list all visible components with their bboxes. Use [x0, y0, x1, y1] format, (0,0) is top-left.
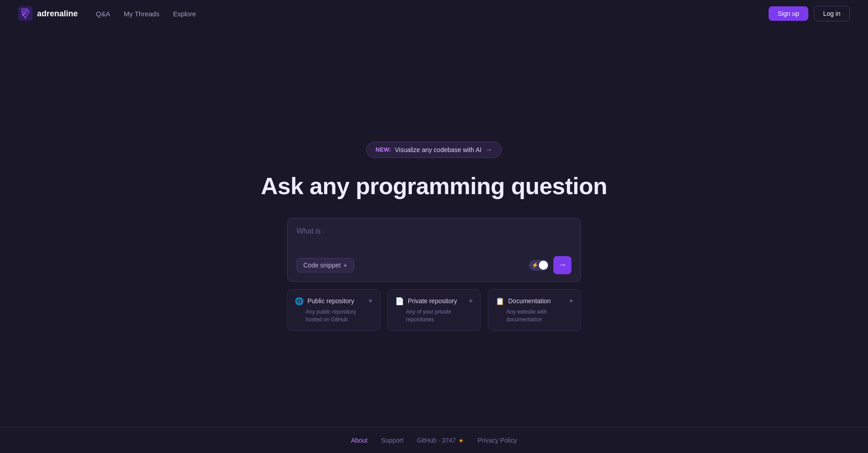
source-card-title-row-public: 🌐 Public repository	[295, 297, 354, 305]
code-snippet-label: Code snippet	[303, 262, 341, 269]
github-label: GitHub · 3747	[417, 437, 456, 444]
private-repo-plus-icon: +	[469, 297, 473, 305]
source-card-header-private: 📄 Private repository +	[395, 297, 473, 305]
search-input[interactable]	[297, 227, 571, 249]
source-card-documentation[interactable]: 📋 Documentation + Any website with docum…	[488, 289, 581, 331]
code-snippet-button[interactable]: Code snippet +	[297, 258, 354, 272]
search-actions: Code snippet + ⚡ →	[297, 256, 571, 274]
source-card-private-repo[interactable]: 📄 Private repository + Any of your priva…	[387, 289, 481, 331]
source-card-header-public: 🌐 Public repository +	[295, 297, 373, 305]
documentation-title: Documentation	[508, 297, 551, 305]
submit-button[interactable]: →	[553, 256, 571, 274]
nav-links: Q&A My Threads Explore	[96, 10, 769, 18]
navbar: adrenaline Q&A My Threads Explore Sign u…	[0, 0, 868, 27]
source-card-header-docs: 📋 Documentation +	[495, 297, 573, 305]
public-repo-title: Public repository	[307, 297, 354, 305]
code-snippet-plus-icon: +	[344, 262, 347, 269]
source-card-public-repo[interactable]: 🌐 Public repository + Any public reposit…	[287, 289, 380, 331]
main-heading: Ask any programming question	[261, 172, 607, 200]
documentation-plus-icon: +	[569, 297, 573, 305]
private-repo-title: Private repository	[408, 297, 457, 305]
banner-text: Visualize any codebase with AI	[395, 146, 481, 153]
banner-arrow-icon: →	[485, 146, 492, 154]
docs-icon: 📋	[495, 297, 505, 305]
lock-icon: 📄	[395, 297, 404, 305]
submit-arrow-icon: →	[558, 260, 566, 270]
source-card-title-row-private: 📄 Private repository	[395, 297, 457, 305]
search-right-actions: ⚡ →	[529, 256, 571, 274]
source-card-title-row-docs: 📋 Documentation	[495, 297, 551, 305]
logo-icon	[18, 6, 33, 21]
lightning-icon: ⚡	[532, 262, 538, 268]
footer-about-link[interactable]: About	[351, 437, 368, 444]
main-content: NEW: Visualize any codebase with AI → As…	[0, 27, 868, 427]
brand-name: adrenaline	[37, 9, 78, 19]
public-repo-description: Any public repository hosted on GitHub	[295, 308, 373, 324]
globe-icon: 🌐	[295, 297, 304, 305]
footer-github-link[interactable]: GitHub · 3747 ★	[417, 437, 464, 444]
public-repo-plus-icon: +	[368, 297, 373, 305]
toggle-wrapper[interactable]: ⚡	[529, 260, 549, 271]
nav-actions: Sign up Log in	[769, 6, 850, 21]
ai-toggle[interactable]: ⚡	[529, 260, 549, 271]
new-banner[interactable]: NEW: Visualize any codebase with AI →	[366, 142, 502, 158]
signup-button[interactable]: Sign up	[769, 6, 808, 21]
search-container: Code snippet + ⚡ →	[287, 218, 581, 282]
footer-support-link[interactable]: Support	[381, 437, 403, 444]
documentation-description: Any website with documentation	[495, 308, 573, 324]
nav-explore[interactable]: Explore	[173, 10, 196, 18]
footer: About Support GitHub · 3747 ★ Privacy Po…	[0, 427, 868, 453]
login-button[interactable]: Log in	[814, 6, 850, 21]
source-cards: 🌐 Public repository + Any public reposit…	[287, 289, 581, 331]
nav-threads[interactable]: My Threads	[124, 10, 160, 18]
star-icon: ★	[458, 437, 464, 444]
toggle-thumb	[539, 261, 548, 270]
new-badge: NEW:	[376, 146, 391, 153]
footer-privacy-link[interactable]: Privacy Policy	[477, 437, 517, 444]
logo-area[interactable]: adrenaline	[18, 6, 78, 21]
nav-qa[interactable]: Q&A	[96, 10, 110, 18]
private-repo-description: Any of your private repositories	[395, 308, 473, 324]
